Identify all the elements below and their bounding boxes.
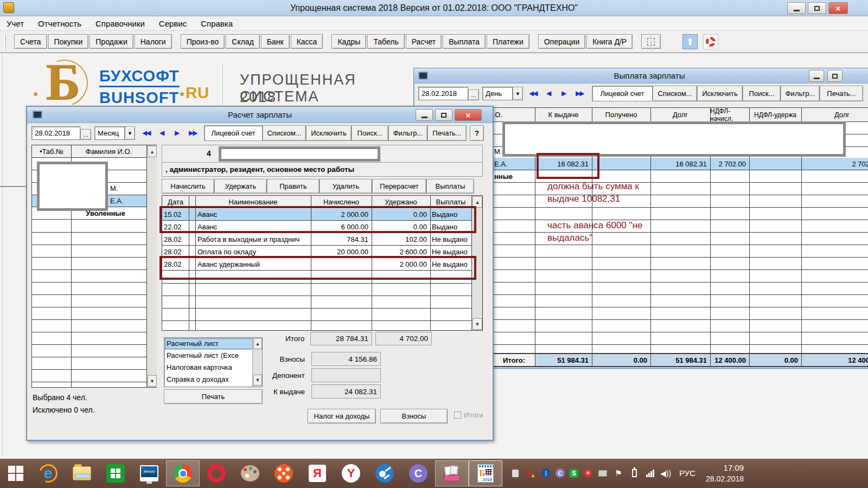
help-lifebuoy-button[interactable] <box>703 34 718 49</box>
scroll-down-button[interactable]: ▼ <box>148 375 157 387</box>
tab-platezhi[interactable]: Платежи <box>487 34 529 49</box>
main-titlebar[interactable]: Упрощенная система 2018 Версия от 01.02.… <box>0 0 868 16</box>
payout-period-dropdown-button[interactable]: ▼ <box>513 87 523 100</box>
taskbar-icon-file-explorer[interactable] <box>65 460 99 486</box>
payout-period-select[interactable]: День <box>482 87 513 100</box>
tray-kaspersky-icon[interactable]: K▲ <box>526 468 537 479</box>
scroll-down-button[interactable]: ▼ <box>473 318 482 330</box>
tray-bluetooth-icon[interactable]: ᛒ <box>541 468 551 478</box>
tab-prodazhi[interactable]: Продажи <box>90 34 133 49</box>
scroll-up-button[interactable]: ▲ <box>253 338 262 349</box>
tab-raschet[interactable]: Расчет <box>406 34 442 49</box>
payout-filtr-button[interactable]: Фильтр... <box>781 86 820 101</box>
tab-kassa[interactable]: Касса <box>291 34 323 49</box>
taskbar-icon-sputnik[interactable] <box>368 460 401 486</box>
report-item[interactable]: Налоговая карточка <box>164 362 262 374</box>
payout-titlebar[interactable]: Выплата зарплаты <box>414 68 868 84</box>
taskbar-icon-internet-explorer[interactable]: e <box>31 460 65 486</box>
calc-licevoy-schet-button[interactable]: Лицевой счет <box>204 125 263 141</box>
payout-spiskom-button[interactable]: Списком... <box>653 86 697 101</box>
payout-restore-button[interactable] <box>827 70 843 82</box>
report-item[interactable]: Справка о доходах <box>164 374 262 386</box>
nav-first-button[interactable]: ◀◀ <box>140 129 152 137</box>
tray-clock[interactable]: 17:09 28.02.2018 <box>706 463 744 484</box>
deponent-field[interactable] <box>311 368 381 382</box>
print-button[interactable]: Печать <box>164 389 263 404</box>
toolbar-grip[interactable] <box>4 34 6 49</box>
taskbar-icon-windows-store[interactable] <box>99 460 132 486</box>
update-button[interactable]: ⬆ <box>682 34 698 49</box>
calc-poisk-button[interactable]: Поиск... <box>352 125 388 141</box>
payout-date-more-button[interactable]: ... <box>468 89 479 100</box>
k-vydache-field[interactable]: 24 082.31 <box>311 384 381 399</box>
tray-sber-icon[interactable]: S <box>570 469 578 478</box>
tab-scheta[interactable]: Счета <box>14 34 47 49</box>
calc-isklyuchit-button[interactable]: Исключить <box>306 125 352 141</box>
calc-close-button[interactable]: × <box>455 109 482 121</box>
calc-spiskom-button[interactable]: Списком... <box>263 125 306 141</box>
vznosy-field[interactable]: 4 156.86 <box>311 352 381 366</box>
taskbar-icon-movie-app[interactable] <box>267 460 301 486</box>
calc-restore-button[interactable] <box>435 109 452 121</box>
nav-prev-button[interactable]: ◀ <box>544 89 552 97</box>
payout-licevoy-schet-button[interactable]: Лицевой счет <box>592 86 653 101</box>
menu-uchet[interactable]: Учет <box>7 19 24 28</box>
calc-minimize-button[interactable] <box>416 109 433 121</box>
menu-otchetnost[interactable]: Отчетность <box>38 19 81 28</box>
menu-spravka[interactable]: Справка <box>201 19 233 28</box>
menu-servis[interactable]: Сервис <box>159 19 187 28</box>
report-item-selected[interactable]: Расчетный лист <box>164 338 262 350</box>
nav-first-button[interactable]: ◀◀ <box>527 89 539 97</box>
scroll-up-button[interactable]: ▲ <box>148 146 157 157</box>
tray-network-signal-icon[interactable] <box>644 468 655 479</box>
calc-period-dropdown-button[interactable]: ▼ <box>125 126 135 140</box>
tab-sklad[interactable]: Склад <box>226 34 260 49</box>
nav-last-button[interactable]: ▶▶ <box>573 89 585 97</box>
pravit-button[interactable]: Править <box>267 179 320 194</box>
accrual-row[interactable]: 28.02 Работа в выходные и празднич 784.3… <box>162 234 471 246</box>
vyplaty-button[interactable]: Выплаты <box>426 179 474 194</box>
taskbar-icon-lenovo[interactable]: lenovo <box>132 460 166 486</box>
start-button[interactable] <box>0 460 31 486</box>
taskbar-icon-chrome[interactable] <box>166 460 200 486</box>
tray-volume-icon[interactable]: ◀)) <box>660 468 671 479</box>
payout-minimize-button[interactable] <box>809 70 824 82</box>
tray-display-icon[interactable] <box>597 468 608 479</box>
nav-next-button[interactable]: ▶ <box>559 89 567 97</box>
calc-pechat-menu-button[interactable]: Печать... <box>427 125 467 141</box>
checkbox-icon[interactable] <box>454 412 461 419</box>
calc-help-button[interactable]: ? <box>470 125 484 141</box>
nav-last-button[interactable]: ▶▶ <box>187 129 199 137</box>
minimize-button[interactable] <box>787 2 806 14</box>
language-indicator[interactable]: РУС <box>679 468 695 478</box>
nav-next-button[interactable]: ▶ <box>173 129 181 137</box>
calc-date-field[interactable]: 28.02.2018 <box>31 126 80 140</box>
tab-vyplata[interactable]: Выплата <box>443 34 486 49</box>
report-item[interactable]: Расчетный лист (Exce <box>164 350 262 362</box>
taskbar-icon-bittorrent[interactable]: C <box>401 460 435 486</box>
calc-period-select[interactable]: Месяц <box>94 126 125 140</box>
calc-filtr-button[interactable]: Фильтр... <box>388 125 427 141</box>
menu-spravochniki[interactable]: Справочники <box>95 19 145 28</box>
tray-usb-device-icon[interactable] <box>510 468 521 479</box>
taskbar-icon-yandex-browser[interactable]: Y <box>334 460 368 486</box>
uderzhat-button[interactable]: Удержать <box>214 179 267 194</box>
restore-button[interactable] <box>808 2 826 14</box>
pereraschet-button[interactable]: Перерасчет <box>372 179 426 194</box>
payout-date-field[interactable]: 28.02.2018 <box>418 87 468 100</box>
income-tax-button[interactable]: Налог на доходы <box>308 409 376 423</box>
tray-security-flower-icon[interactable]: ✳ <box>583 468 592 478</box>
tray-flag-icon[interactable]: ⚑ <box>613 468 624 479</box>
tab-tabel[interactable]: Табель <box>367 34 404 49</box>
tray-power-icon[interactable] <box>629 468 640 479</box>
itogi-checkbox-group[interactable]: Итоги <box>454 411 483 419</box>
reports-scrollbar[interactable]: ▲ ▼ <box>252 338 262 387</box>
close-button[interactable]: × <box>828 2 848 14</box>
taskbar-icon-paint[interactable] <box>233 460 267 486</box>
payout-pechat-button[interactable]: Печать... <box>820 86 863 101</box>
nachislit-button[interactable]: Начислить <box>162 179 214 194</box>
scroll-down-button[interactable]: ▼ <box>253 375 262 386</box>
tab-kniga-dr[interactable]: Книга Д/Р <box>586 34 633 49</box>
calc-date-more-button[interactable]: ... <box>80 129 91 140</box>
taskbar-icon-yandex[interactable]: Я <box>301 460 334 486</box>
